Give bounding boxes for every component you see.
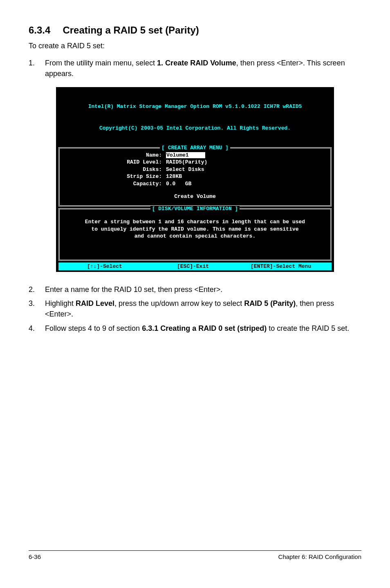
- step3-bold2: RAID 5 (Parity): [244, 299, 296, 307]
- create-array-label-text: [ CREATE ARRAY MENU ]: [160, 145, 230, 151]
- step3-pre: Highlight: [45, 299, 76, 307]
- step-text: Follow steps 4 to 9 of section 6.3.1 Cre…: [45, 323, 361, 334]
- field-capacity-row: Capacity: 0.0 GB: [64, 180, 326, 188]
- step-text: From the utility main menu, select 1. Cr…: [45, 58, 361, 79]
- name-input-highlight[interactable]: Volume1: [166, 152, 205, 158]
- bios-screen: Intel(R) Matrix Storage Manager Option R…: [56, 87, 334, 272]
- step-number: 2.: [29, 284, 45, 295]
- field-disks-row: Disks: Select Disks: [64, 166, 326, 173]
- field-raid-level-row: RAID Level: RAID5(Parity): [64, 159, 326, 166]
- section-heading: 6.3.4Creating a RAID 5 set (Parity): [29, 25, 361, 36]
- step-3: 3. Highlight RAID Level, press the up/do…: [29, 298, 361, 319]
- footer-select-hint: [↑↓]-Select: [63, 263, 177, 270]
- step-text: Enter a name for the RAID 10 set, then p…: [45, 284, 361, 295]
- step3-mid: , press the up/down arrow key to select: [114, 299, 244, 307]
- step1-pre: From the utility main menu, select: [45, 59, 157, 67]
- bios-header-line2: Copyright(C) 2003-05 Intel Corporation. …: [56, 125, 334, 132]
- step-number: 3.: [29, 298, 45, 319]
- footer-chapter-title: Chapter 6: RAID Configuration: [278, 553, 361, 560]
- step4-pre: Follow steps 4 to 9 of section: [45, 324, 142, 332]
- step-text: Highlight RAID Level, press the up/down …: [45, 298, 361, 319]
- bios-header-line1: Intel(R) Matrix Storage Manager Option R…: [56, 103, 334, 110]
- disk-volume-info-label: [ DISK/VOLUME INFORMATION ]: [60, 205, 330, 213]
- field-disks-value[interactable]: Select Disks: [166, 166, 326, 173]
- step-number: 1.: [29, 58, 45, 79]
- bios-header: Intel(R) Matrix Storage Manager Option R…: [56, 87, 334, 147]
- step-number: 4.: [29, 323, 45, 334]
- field-strip-label: Strip Size:: [64, 173, 166, 180]
- step-4: 4. Follow steps 4 to 9 of section 6.3.1 …: [29, 323, 361, 334]
- step4-bold1: 6.3.1 Creating a RAID 0 set (striped): [142, 324, 267, 332]
- disk-volume-info-box: [ DISK/VOLUME INFORMATION ] Enter a stri…: [58, 208, 332, 261]
- create-array-label: [ CREATE ARRAY MENU ]: [60, 144, 330, 152]
- field-raid-level-value[interactable]: RAID5(Parity): [166, 159, 326, 166]
- step-2: 2. Enter a name for the RAID 10 set, the…: [29, 284, 361, 295]
- field-capacity-value[interactable]: 0.0 GB: [166, 180, 326, 188]
- footer-page-number: 6-36: [29, 553, 41, 560]
- step-1: 1. From the utility main menu, select 1.…: [29, 58, 361, 79]
- section-number: 6.3.4: [29, 25, 50, 36]
- field-strip-row: Strip Size: 128KB: [64, 173, 326, 180]
- disk-volume-info-label-text: [ DISK/VOLUME INFORMATION ]: [150, 206, 240, 212]
- create-array-box: [ CREATE ARRAY MENU ] Name: Volume1 RAID…: [58, 147, 332, 206]
- field-capacity-label: Capacity:: [64, 180, 166, 188]
- field-raid-level-label: RAID Level:: [64, 159, 166, 166]
- info-help-text: Enter a string between 1 and 16 characte…: [64, 218, 326, 240]
- page-footer: 6-36 Chapter 6: RAID Configuration: [29, 550, 361, 560]
- section-title: Creating a RAID 5 set (Parity): [63, 25, 199, 36]
- step4-post: to create the RAID 5 set.: [267, 324, 349, 332]
- field-strip-value[interactable]: 128KB: [166, 173, 326, 180]
- intro-text: To create a RAID 5 set:: [29, 41, 361, 51]
- field-disks-label: Disks:: [64, 166, 166, 173]
- step3-bold1: RAID Level: [76, 299, 114, 307]
- step1-bold: 1. Create RAID Volume: [157, 59, 236, 67]
- footer-exit-hint: [ESC]-Exit: [177, 263, 251, 270]
- field-name-value[interactable]: Volume1: [166, 152, 326, 159]
- footer-enter-hint: [ENTER]-Select Menu: [251, 263, 327, 270]
- bios-footer-bar: [↑↓]-Select [ESC]-Exit [ENTER]-Select Me…: [58, 263, 332, 271]
- field-name-label: Name:: [64, 152, 166, 159]
- create-volume-button[interactable]: Create Volume: [64, 193, 326, 200]
- field-name-row: Name: Volume1: [64, 152, 326, 159]
